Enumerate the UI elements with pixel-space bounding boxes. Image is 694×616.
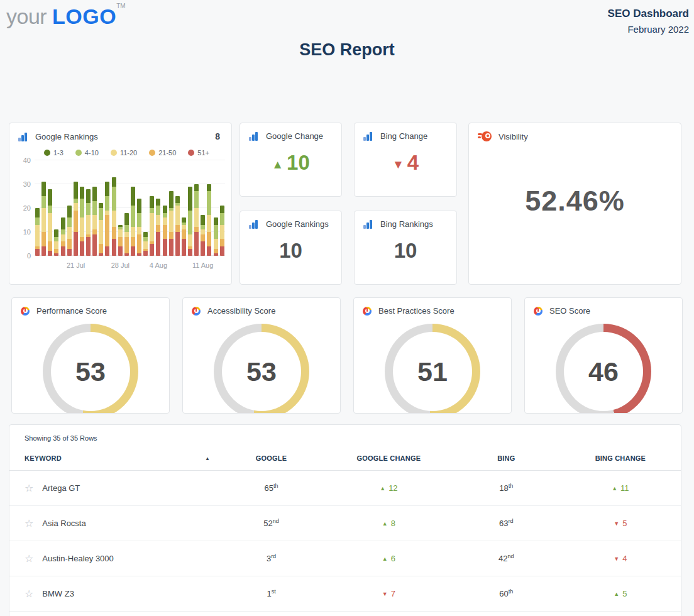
card-title: Visibility — [498, 132, 672, 141]
company-logo: your LOGOTM — [6, 4, 126, 30]
stacked-bar — [80, 187, 84, 256]
gauge-value: 46 — [556, 324, 651, 414]
google-rank-cell: 58th — [218, 612, 325, 616]
google-rank-cell: 52nd — [218, 506, 325, 541]
card-title: Google Rankings — [35, 132, 208, 141]
stacked-bar — [194, 184, 199, 256]
bar-chart-icon — [18, 132, 28, 141]
legend-dot-icon — [188, 150, 194, 156]
card-title: Google Rankings — [266, 219, 333, 229]
stacked-bar — [220, 206, 224, 256]
trend-arrow-icon — [614, 554, 622, 563]
header-meta: SEO Dashboard February 2022 — [608, 4, 689, 35]
column-header-keyword[interactable]: KEYWORD▲ — [9, 448, 218, 471]
page-title: SEO Report — [0, 40, 694, 60]
seo-score-card: SEO Score 46 — [524, 297, 683, 414]
stacked-bar — [188, 187, 192, 256]
bing-change-card: Bing Change 4 — [354, 123, 457, 197]
column-header-bing[interactable]: BING — [453, 448, 560, 471]
best-practices-gauge: 51 — [385, 324, 480, 414]
google-rank-cell: 3rd — [218, 541, 325, 576]
stacked-bar — [207, 184, 211, 256]
bar-chart-icon — [363, 131, 373, 141]
rankings-plot: 010203040 — [35, 160, 225, 256]
bing-rank-cell: 63rd — [453, 506, 560, 541]
google-change-value: 10 — [272, 151, 310, 175]
report-date: February 2022 — [608, 24, 689, 35]
stacked-bar — [105, 182, 109, 256]
column-header-google-change[interactable]: GOOGLE CHANGE — [325, 448, 453, 471]
rankings-bars — [35, 160, 225, 256]
google-change-cell: 7 — [325, 612, 453, 616]
card-title: Google Change — [266, 131, 333, 141]
table-row: ☆Artega GT 65th 12 18th 11 — [9, 471, 681, 506]
logo-text-your: your — [6, 4, 47, 28]
trend-arrow-icon — [614, 589, 622, 598]
google-change-cell: 7 — [325, 576, 453, 612]
favorite-star-icon[interactable]: ☆ — [25, 483, 33, 493]
stacked-bar — [86, 189, 91, 256]
stacked-bar — [156, 199, 160, 256]
stacked-bar — [175, 196, 180, 256]
legend-item: 4-10 — [75, 149, 99, 157]
favorite-star-icon[interactable]: ☆ — [25, 588, 33, 599]
trend-arrow-icon — [272, 151, 287, 175]
sort-ascending-icon[interactable]: ▲ — [205, 456, 210, 461]
card-title: Best Practices Score — [378, 306, 502, 316]
keyword-label: Asia Rocsta — [42, 519, 85, 528]
google-rank-cell: 1st — [218, 576, 325, 612]
bing-change-cell: 11 — [560, 471, 681, 506]
legend-item: 51+ — [188, 149, 209, 157]
legend-dot-icon — [149, 150, 155, 156]
stacked-bar — [150, 196, 154, 256]
column-header-bing-change[interactable]: BING CHANGE — [560, 448, 681, 471]
gauge-value: 53 — [43, 324, 138, 414]
chart-x-axis: 21 Jul28 Jul4 Aug11 Aug — [35, 258, 225, 271]
visibility-card: Visibility 52.46% — [468, 123, 681, 285]
keyword-label: Austin-Healey 3000 — [42, 554, 113, 563]
favorite-star-icon[interactable]: ☆ — [25, 553, 33, 564]
chart-head-value: 8 — [215, 131, 223, 141]
seo-gauge: 46 — [556, 324, 651, 414]
card-title: Bing Change — [380, 131, 448, 141]
semrush-icon — [478, 131, 492, 141]
table-header-row: KEYWORD▲ GOOGLE GOOGLE CHANGE BING BING … — [9, 448, 681, 471]
google-change-cell: 12 — [325, 471, 453, 506]
pagespeed-icon — [534, 307, 543, 316]
accessibility-gauge: 53 — [214, 324, 309, 414]
y-axis-tick-label: 30 — [14, 180, 31, 188]
kpi-cards-row: Google Rankings 8 1-34-1011-2021-5051+ 0… — [9, 123, 681, 285]
bing-rank-cell: 1st — [453, 612, 560, 616]
stacked-bar — [41, 182, 46, 256]
stacked-bar — [137, 199, 141, 256]
logo-trademark: TM — [116, 3, 125, 9]
table-row: ☆Asia Rocsta 52nd 8 63rd 5 — [9, 506, 681, 541]
card-title: Performance Score — [36, 306, 160, 316]
dashboard-title: SEO Dashboard — [608, 8, 689, 20]
column-header-google[interactable]: GOOGLE — [218, 448, 325, 471]
stacked-bar — [67, 206, 72, 256]
google-change-card: Google Change 10 — [240, 123, 342, 197]
bar-chart-icon — [249, 219, 259, 229]
trend-arrow-icon — [392, 151, 407, 175]
pagespeed-icon — [21, 307, 30, 316]
stacked-bar — [201, 215, 205, 256]
google-rank-cell: 65th — [218, 471, 325, 506]
legend-item: 11-20 — [111, 149, 137, 157]
x-axis-tick-label: 21 Jul — [67, 261, 85, 269]
stacked-bar — [163, 206, 167, 256]
bing-change-cell: 4 — [560, 541, 681, 576]
trend-arrow-icon — [382, 519, 391, 528]
bing-change-cell: 13 — [560, 612, 681, 616]
keywords-table: KEYWORD▲ GOOGLE GOOGLE CHANGE BING BING … — [9, 448, 681, 616]
trend-arrow-icon — [614, 519, 622, 528]
x-axis-tick-label: 28 Jul — [111, 261, 129, 269]
legend-dot-icon — [44, 150, 50, 156]
card-title: Accessibility Score — [207, 306, 331, 316]
stacked-bar — [61, 217, 65, 256]
bing-change-cell: 5 — [560, 506, 681, 541]
favorite-star-icon[interactable]: ☆ — [25, 518, 33, 529]
gauge-value: 51 — [385, 324, 480, 414]
bing-rank-cell: 18th — [453, 471, 560, 506]
table-row-count: Showing 35 of 35 Rows — [9, 425, 681, 448]
